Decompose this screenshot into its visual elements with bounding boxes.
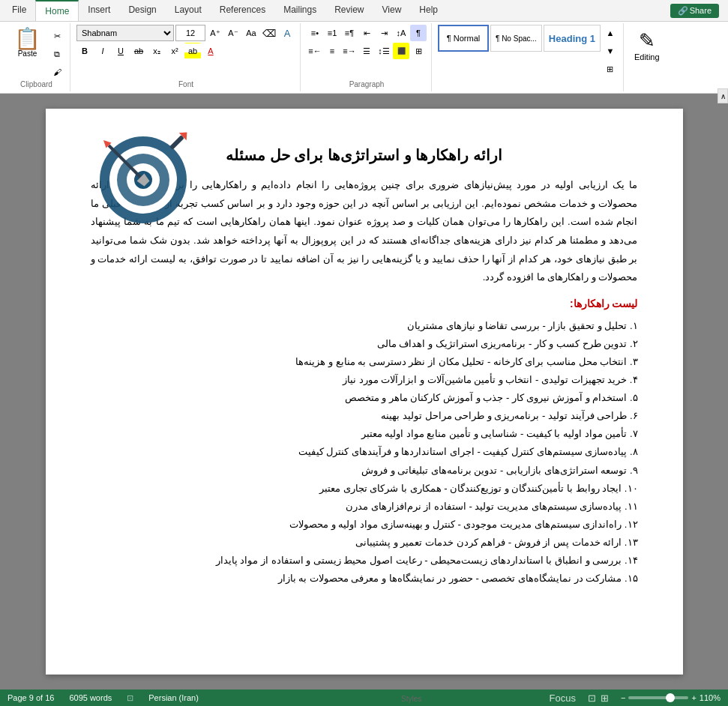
language: Persian (Iran) bbox=[148, 693, 199, 702]
sort-button[interactable]: ↕A bbox=[393, 25, 409, 41]
list-item: ۸. پیاده‌سازی سیستم‌های کنترل کیفیت - اج… bbox=[91, 443, 638, 461]
page-info: Page 9 of 16 bbox=[7, 693, 54, 702]
show-marks-button[interactable]: ¶ bbox=[410, 25, 427, 41]
bullets-button[interactable]: ≡• bbox=[307, 25, 323, 41]
change-case-button[interactable]: Aa bbox=[243, 25, 259, 41]
svg-rect-8 bbox=[169, 135, 184, 150]
tab-home[interactable]: Home bbox=[35, 0, 79, 21]
clear-format-button[interactable]: ⌫ bbox=[261, 25, 277, 41]
font-color-button[interactable]: A bbox=[202, 43, 219, 59]
print-layout-icon[interactable]: ⊡ bbox=[588, 693, 596, 704]
list-item: ۹. توسعه استراتژی‌های بازاریابی - تدوین … bbox=[91, 462, 638, 480]
list-item: ۱۱. پیاده‌سازی سیستم‌های مدیریت تولید - … bbox=[91, 498, 638, 516]
copy-button[interactable]: ⧉ bbox=[49, 46, 65, 62]
tab-insert[interactable]: Insert bbox=[79, 0, 119, 21]
cut-button[interactable]: ✂ bbox=[49, 28, 65, 44]
editing-label: Editing bbox=[634, 52, 660, 61]
align-right-button[interactable]: ≡→ bbox=[341, 43, 358, 59]
font-label: Font bbox=[178, 80, 193, 90]
clipboard-label: Clipboard bbox=[20, 80, 52, 90]
align-left-button[interactable]: ≡← bbox=[307, 43, 323, 59]
shading-button[interactable]: ⬛ bbox=[393, 43, 409, 59]
clipboard-group: 📋 Paste ✂ ⧉ 🖌 Clipboard bbox=[3, 23, 70, 91]
list-container: ۱. تحلیل و تحقیق بازار - بررسی تقاضا و ن… bbox=[91, 317, 638, 588]
list-item: ۶. طراحی فرآیند تولید - برنامه‌ریزی و طر… bbox=[91, 407, 638, 425]
styles-group: ¶ Normal ¶ No Spac... Heading 1 ▲ ▼ ⊞ St… bbox=[433, 23, 624, 91]
style-heading1[interactable]: Heading 1 bbox=[544, 25, 601, 52]
tab-references[interactable]: References bbox=[211, 0, 274, 21]
ribbon-content: 📋 Paste ✂ ⧉ 🖌 Clipboard Shabnam bbox=[0, 22, 728, 93]
share-button[interactable]: 🔗 Share bbox=[670, 4, 719, 18]
strikethrough-button[interactable]: ab bbox=[130, 43, 147, 59]
style-heading1-label: Heading 1 bbox=[549, 33, 595, 44]
list-item: ۷. تأمین مواد اولیه با کیفیت - شناسایی و… bbox=[91, 425, 638, 443]
list-item: ۵. استخدام و آموزش نیروی کار - جذب و آمو… bbox=[91, 389, 638, 407]
paste-icon: 📋 bbox=[14, 28, 40, 49]
list-item: ۱۲. راه‌اندازی سیستم‌های مدیریت موجودی -… bbox=[91, 516, 638, 534]
tab-file[interactable]: File bbox=[3, 0, 35, 21]
borders-button[interactable]: ⊞ bbox=[410, 43, 427, 59]
ribbon-collapse-button[interactable]: ∧ bbox=[718, 88, 728, 103]
target-image bbox=[91, 124, 196, 229]
styles-scroll-up[interactable]: ▲ bbox=[602, 25, 619, 41]
highlight-button[interactable]: ab bbox=[184, 43, 201, 59]
subscript-button[interactable]: x₂ bbox=[148, 43, 165, 59]
paragraph-label: Paragraph bbox=[349, 80, 385, 90]
align-center-button[interactable]: ≡ bbox=[324, 43, 340, 59]
justify-button[interactable]: ☰ bbox=[358, 43, 375, 59]
editing-button[interactable]: ✎ Editing bbox=[625, 23, 669, 91]
status-right: Focus ⊡ ⊞ − + 110% bbox=[550, 693, 721, 704]
tab-review[interactable]: Review bbox=[325, 0, 373, 21]
font-size-decrease-button[interactable]: A⁻ bbox=[225, 25, 241, 41]
tab-mailings[interactable]: Mailings bbox=[274, 0, 325, 21]
format-painter-button[interactable]: 🖌 bbox=[49, 64, 65, 80]
paragraph-group: ≡• ≡1 ≡¶ ⇤ ⇥ ↕A ¶ ≡← ≡ ≡→ ☰ ↕☰ ⬛ ⊞ bbox=[302, 23, 432, 91]
ribbon-tabs: File Home Insert Design Layout Reference… bbox=[0, 0, 728, 22]
italic-button[interactable]: I bbox=[94, 43, 111, 59]
style-normal[interactable]: ¶ Normal bbox=[438, 25, 489, 52]
word-count: 6095 words bbox=[69, 693, 112, 702]
underline-button[interactable]: U bbox=[112, 43, 129, 59]
bold-button[interactable]: B bbox=[76, 43, 93, 59]
styles-gallery: ¶ Normal ¶ No Spac... Heading 1 bbox=[438, 25, 601, 52]
zoom-plus-button[interactable]: + bbox=[691, 693, 696, 702]
status-bar: Page 9 of 16 6095 words ⊡ Persian (Iran)… bbox=[0, 690, 728, 706]
document-container: ارائه راهکارها و استراتژی‌ها برای حل مسئ… bbox=[0, 94, 728, 690]
tab-help[interactable]: Help bbox=[410, 0, 447, 21]
zoom-minus-button[interactable]: − bbox=[621, 693, 625, 702]
list-item: ۲. تدوین طرح کسب و کار - برنامه‌ریزی است… bbox=[91, 335, 638, 353]
list-item: ۱. تحلیل و تحقیق بازار - بررسی تقاضا و ن… bbox=[91, 317, 638, 335]
list-item: ۴. خرید تجهیزات تولیدی - انتخاب و تأمین … bbox=[91, 371, 638, 389]
list-item: ۳. انتخاب محل مناسب برای کارخانه - تحلیل… bbox=[91, 353, 638, 371]
list-item: ۱۳. ارائه خدمات پس از فروش - فراهم کردن … bbox=[91, 534, 638, 552]
font-size-input[interactable] bbox=[175, 25, 205, 41]
font-family-select[interactable]: Shabnam bbox=[76, 25, 174, 41]
styles-scroll-down[interactable]: ▼ bbox=[602, 43, 619, 59]
tab-view[interactable]: View bbox=[373, 0, 411, 21]
decrease-indent-button[interactable]: ⇤ bbox=[358, 25, 375, 41]
view-icons: ⊡ ⊞ bbox=[588, 693, 609, 704]
style-no-space[interactable]: ¶ No Spac... bbox=[490, 25, 542, 52]
zoom-level: 110% bbox=[700, 693, 721, 702]
increase-indent-button[interactable]: ⇥ bbox=[376, 25, 392, 41]
multilevel-list-button[interactable]: ≡¶ bbox=[341, 25, 358, 41]
text-effects-button[interactable]: A bbox=[279, 25, 295, 41]
ribbon: File Home Insert Design Layout Reference… bbox=[0, 0, 728, 94]
zoom-slider[interactable] bbox=[628, 696, 688, 699]
font-size-increase-button[interactable]: A⁺ bbox=[207, 25, 223, 41]
section-title: لیست راهکارها: bbox=[91, 298, 638, 310]
tab-layout[interactable]: Layout bbox=[166, 0, 211, 21]
numbering-button[interactable]: ≡1 bbox=[324, 25, 340, 41]
editing-icon: ✎ bbox=[639, 29, 655, 52]
focus-button[interactable]: Focus bbox=[550, 693, 576, 704]
web-layout-icon[interactable]: ⊞ bbox=[601, 693, 609, 704]
list-item: ۱۰. ایجاد روابط با تأمین‌کنندگان و توزیع… bbox=[91, 480, 638, 498]
share-icon: 🔗 bbox=[678, 6, 688, 16]
line-spacing-button[interactable]: ↕☰ bbox=[376, 43, 392, 59]
styles-expand[interactable]: ⊞ bbox=[602, 61, 619, 77]
tab-design[interactable]: Design bbox=[119, 0, 165, 21]
zoom-thumb bbox=[666, 693, 675, 702]
superscript-button[interactable]: x² bbox=[166, 43, 183, 59]
zoom-bar: − + 110% bbox=[621, 693, 721, 702]
paste-button[interactable]: 📋 Paste bbox=[7, 25, 47, 61]
